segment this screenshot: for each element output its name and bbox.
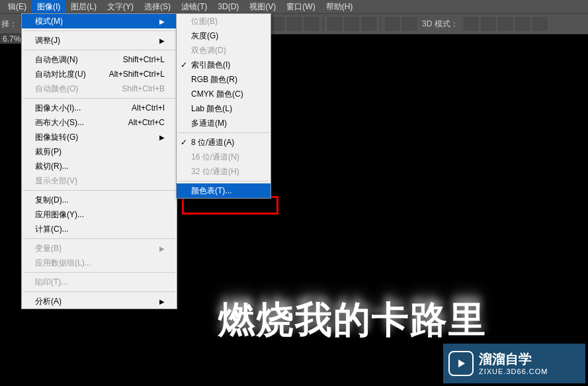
select-label: 择： [1,19,17,30]
submenu-item[interactable]: 多通道(M) [177,116,271,130]
submenu-item[interactable]: RGB 颜色(R) [177,72,271,87]
watermark: 溜溜自学 ZIXUE.3D66.COM [443,344,585,383]
tool-icon[interactable] [270,17,284,30]
menu-item[interactable]: 图像大小(I)...Alt+Ctrl+I [22,101,177,115]
menu-item[interactable]: 裁剪(P) [22,144,177,159]
menu-edit[interactable]: 辑(E) [3,0,32,14]
submenu-item[interactable]: 颜色表(T)... [177,183,271,198]
menu-layer[interactable]: 图层(L) [65,0,102,14]
menu-item[interactable]: 分析(A)▶ [22,294,177,309]
tool-icon[interactable] [327,17,342,30]
menu-item[interactable]: 模式(M)▶ [22,14,177,28]
mode-submenu: 位图(B)灰度(G)双色调(D)✓索引颜色(I)RGB 颜色(R)CMYK 颜色… [176,13,271,199]
menu-text[interactable]: 文字(Y) [102,0,139,14]
menu-window[interactable]: 窗口(W) [281,0,320,14]
tool-icon[interactable] [304,17,319,30]
menu-3d[interactable]: 3D(D) [212,1,244,13]
submenu-item: 32 位/通道(H) [177,164,271,179]
slide-3d-icon[interactable] [515,17,530,30]
tool-icon[interactable] [402,17,417,30]
pan-3d-icon[interactable] [498,17,513,30]
menu-item[interactable]: 调整(J)▶ [22,33,177,48]
menu-help[interactable]: 帮助(H) [321,0,358,14]
tool-icon[interactable] [385,17,399,30]
menu-item[interactable]: 应用图像(Y)... [22,207,177,222]
menubar: 辑(E) 图像(I) 图层(L) 文字(Y) 选择(S) 滤镜(T) 3D(D)… [0,0,588,13]
canvas-text-layer: 燃烧我的卡路里 [218,295,487,346]
separator [380,17,381,30]
menu-item: 陷印(T)... [22,275,177,289]
tool-icon[interactable] [287,17,302,30]
submenu-item[interactable]: ✓索引颜色(I) [177,58,271,72]
menu-item[interactable]: 计算(C)... [22,222,177,236]
menu-item: 自动颜色(O)Shift+Ctrl+B [22,81,177,96]
roll-3d-icon[interactable] [481,17,495,30]
tool-icon[interactable] [345,17,359,30]
menu-filter[interactable]: 滤镜(T) [176,0,212,14]
mode-3d-label: 3D 模式： [422,19,458,30]
menu-item[interactable]: 自动色调(N)Shift+Ctrl+L [22,52,177,67]
play-icon [448,351,474,376]
separator [323,17,323,30]
menu-item[interactable]: 图像旋转(G)▶ [22,130,177,144]
scale-3d-icon[interactable] [532,17,547,30]
submenu-item: 位图(B) [177,14,271,28]
menu-item: 显示全部(V) [22,173,177,188]
menu-item: 变量(B)▶ [22,241,177,256]
submenu-item: 16 位/通道(N) [177,150,271,164]
submenu-item[interactable]: ✓8 位/通道(A) [177,135,271,150]
submenu-item[interactable]: 灰度(G) [177,28,271,43]
menu-view[interactable]: 视图(V) [244,0,281,14]
menu-item[interactable]: 自动对比度(U)Alt+Shift+Ctrl+L [22,67,177,81]
submenu-item[interactable]: CMYK 颜色(C) [177,87,271,101]
menu-item[interactable]: 裁切(R)... [22,159,177,173]
image-menu-dropdown: 模式(M)▶调整(J)▶自动色调(N)Shift+Ctrl+L自动对比度(U)A… [21,13,177,309]
menu-item: 应用数据组(L)... [22,256,177,270]
menu-item[interactable]: 复制(D)... [22,193,177,207]
watermark-url: ZIXUE.3D66.COM [479,367,548,375]
submenu-item[interactable]: Lab 颜色(L) [177,101,271,116]
submenu-item: 双色调(D) [177,43,271,58]
menu-item[interactable]: 画布大小(S)...Alt+Ctrl+C [22,115,177,130]
watermark-title: 溜溜自学 [479,352,548,365]
tool-icon[interactable] [362,17,376,30]
menu-image[interactable]: 图像(I) [32,0,65,14]
rotate-3d-icon[interactable] [464,17,478,30]
menu-select[interactable]: 选择(S) [139,0,176,14]
